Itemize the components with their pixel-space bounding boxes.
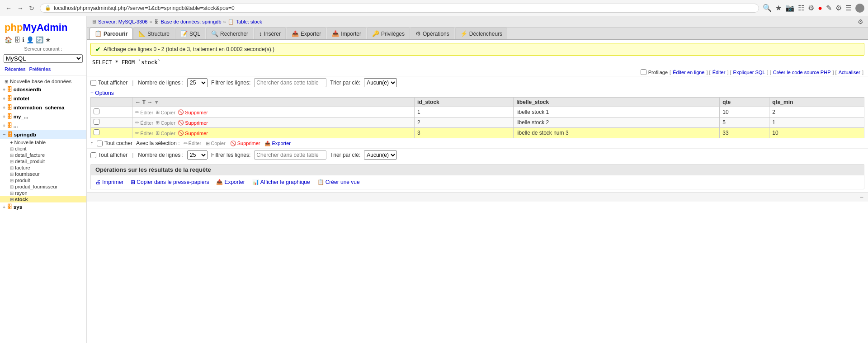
sort-label-bottom: Trier par clé: bbox=[330, 152, 360, 158]
content-settings-icon[interactable]: ⚙ bbox=[858, 18, 863, 25]
show-all-checkbox-top[interactable] bbox=[90, 80, 96, 86]
edit-inline-link[interactable]: Éditer en ligne bbox=[673, 70, 704, 75]
batch-copy-link[interactable]: ⊞ Copier bbox=[206, 141, 225, 146]
table-name: fournisseur bbox=[15, 171, 39, 177]
sidebar-db-cdossierdb[interactable]: + 🗄 cdossierdb bbox=[0, 85, 86, 94]
database-icon[interactable]: 🗄 bbox=[14, 36, 20, 43]
address-bar[interactable]: 🔒 localhost/phpmyadmin/sql.php?server=1&… bbox=[40, 4, 759, 13]
copy-link-3[interactable]: ⊞ Copier bbox=[156, 130, 175, 136]
collapse-icon[interactable]: − bbox=[860, 193, 863, 201]
recentes-link[interactable]: Récentes bbox=[5, 66, 25, 72]
view-icon: 📋 bbox=[317, 179, 324, 185]
home-icon[interactable]: 🏠 bbox=[5, 36, 12, 43]
check-all-checkbox[interactable] bbox=[97, 141, 103, 146]
info-icon[interactable]: ℹ bbox=[22, 36, 24, 43]
th-qte[interactable]: qte bbox=[720, 98, 769, 107]
reload-button[interactable]: ↻ bbox=[27, 4, 36, 13]
export-link[interactable]: 📤 Exporter bbox=[216, 179, 245, 185]
sidebar-db-information[interactable]: + 🗄 information_schema bbox=[0, 103, 86, 112]
tab-declencheurs[interactable]: ⚡ Déclencheurs bbox=[455, 28, 507, 39]
th-libelle-stock[interactable]: libelle_stock bbox=[514, 98, 720, 107]
more-icon[interactable]: ★ bbox=[45, 36, 51, 43]
edit-link-3[interactable]: ✏ Éditer bbox=[135, 130, 153, 136]
copy-clipboard-link[interactable]: ⊞ Copier dans le presse-papiers bbox=[131, 179, 209, 185]
batch-edit-link[interactable]: ✏ Éditer bbox=[184, 141, 202, 146]
create-php-link[interactable]: Créer le code source PHP bbox=[773, 70, 831, 75]
rows-select-bottom[interactable]: 2550100 bbox=[187, 150, 208, 160]
nav-prev-icon[interactable]: ← bbox=[135, 99, 141, 105]
batch-delete-link[interactable]: 🚫 Supprimer bbox=[230, 141, 260, 146]
delete-link-3[interactable]: 🚫 Supprimer bbox=[178, 130, 208, 136]
nav-next-icon[interactable]: → bbox=[147, 99, 152, 105]
new-database-item[interactable]: ⊞ Nouvelle base de données bbox=[0, 78, 86, 85]
sidebar-table-client[interactable]: ⊞ client bbox=[0, 146, 86, 152]
show-chart-link[interactable]: 📊 Afficher le graphique bbox=[252, 179, 310, 185]
sidebar-db-infotel[interactable]: + 🗄 infotel bbox=[0, 94, 86, 103]
tab-sql[interactable]: 📝 SQL bbox=[175, 28, 205, 39]
sidebar-table-produit-fournisseur[interactable]: ⊞ produit_fournisseur bbox=[0, 183, 86, 190]
tab-exporter[interactable]: 📤 Exporter bbox=[287, 28, 326, 39]
options-toggle[interactable]: + Options bbox=[90, 90, 114, 96]
tab-importer[interactable]: 📥 Importer bbox=[327, 28, 366, 39]
forward-button[interactable]: → bbox=[15, 4, 25, 13]
sidebar-table-new[interactable]: + Nouvelle table bbox=[0, 139, 86, 146]
filter-input-top[interactable] bbox=[254, 78, 326, 87]
sort-select-top[interactable]: Aucun(e) bbox=[364, 78, 397, 87]
edit-link[interactable]: Éditer bbox=[712, 70, 726, 75]
delete-link-2[interactable]: 🚫 Supprimer bbox=[178, 120, 208, 126]
sidebar-db-sys[interactable]: + 🗄 sys bbox=[0, 202, 86, 211]
profilage-checkbox[interactable] bbox=[641, 69, 646, 75]
sidebar-table-produit[interactable]: ⊞ produit bbox=[0, 177, 86, 183]
back-button[interactable]: ← bbox=[4, 4, 14, 13]
tab-label-importer: Importer bbox=[341, 31, 361, 37]
sidebar-table-facture[interactable]: ⊞ facture bbox=[0, 164, 86, 171]
breadcrumb-db[interactable]: Base de données: springdb bbox=[161, 19, 222, 24]
row-checkbox[interactable] bbox=[94, 119, 99, 125]
favorites-link[interactable]: Préférées bbox=[29, 66, 51, 72]
actualiser-link[interactable]: Actualiser bbox=[839, 70, 860, 75]
tab-inserer[interactable]: ↕ Insérer bbox=[254, 28, 286, 39]
export-label: Exporter bbox=[224, 179, 245, 185]
create-view-link[interactable]: 📋 Créer une vue bbox=[317, 179, 360, 185]
copy-link-2[interactable]: ⊞ Copier bbox=[156, 120, 175, 126]
edit-link-2[interactable]: ✏ Éditer bbox=[135, 120, 153, 126]
sidebar-db-dots[interactable]: + 🗄 ... bbox=[0, 121, 86, 130]
breadcrumb-table[interactable]: Table: stock bbox=[236, 19, 262, 24]
tab-rechercher[interactable]: 🔍 Rechercher bbox=[206, 28, 253, 39]
sidebar-server-select[interactable]: MySQL bbox=[4, 54, 83, 63]
tab-operations[interactable]: ⚙ Opérations bbox=[410, 28, 454, 39]
row-checkbox[interactable] bbox=[94, 108, 99, 114]
tab-structure[interactable]: 📐 Structure bbox=[133, 28, 175, 39]
sort-select-bottom[interactable]: Aucun(e) bbox=[364, 150, 397, 160]
sidebar-table-rayon[interactable]: ⊞ rayon bbox=[0, 190, 86, 196]
rows-select-top[interactable]: 2550100 bbox=[187, 78, 208, 87]
sidebar-table-detail-produit[interactable]: ⊞ detail_produit bbox=[0, 158, 86, 164]
filter-input-bottom[interactable] bbox=[254, 150, 326, 160]
user-icon[interactable]: 👤 bbox=[26, 36, 34, 43]
sidebar-db-springdb[interactable]: − 🗄 springdb bbox=[0, 130, 86, 139]
breadcrumb-server[interactable]: Serveur: MySQL-3306 bbox=[98, 19, 147, 24]
td-id-stock-3: 3 bbox=[415, 128, 514, 138]
table-name: Nouvelle table bbox=[14, 140, 46, 145]
sidebar-table-fournisseur[interactable]: ⊞ fournisseur bbox=[0, 171, 86, 177]
sidebar-table-detail-facture[interactable]: ⊞ detail_facture bbox=[0, 152, 86, 158]
row-checkbox[interactable] bbox=[94, 129, 99, 135]
delete-link-1[interactable]: 🚫 Supprimer bbox=[178, 109, 208, 115]
reload-icon[interactable]: 🔄 bbox=[36, 36, 43, 43]
sidebar-db-my[interactable]: + 🗄 my_... bbox=[0, 112, 86, 121]
tab-privileges[interactable]: 🔑 Privilèges bbox=[367, 28, 410, 39]
th-qte-min[interactable]: qte_min bbox=[769, 98, 864, 107]
tab-parcourir[interactable]: 📋 Parcourir bbox=[90, 28, 132, 39]
batch-export-link[interactable]: 📤 Exporter bbox=[264, 141, 291, 146]
th-id-stock[interactable]: id_stock bbox=[415, 98, 514, 107]
sidebar-table-stock[interactable]: ⊞ stock bbox=[0, 196, 86, 202]
edit-link-1[interactable]: ✏ Éditer bbox=[135, 109, 153, 115]
print-link[interactable]: 🖨 Imprimer bbox=[95, 179, 123, 185]
show-all-text-bottom: Tout afficher bbox=[98, 152, 127, 158]
tab-icon-privileges: 🔑 bbox=[372, 30, 379, 37]
copy-link-1[interactable]: ⊞ Copier bbox=[156, 109, 175, 115]
explain-sql-link[interactable]: Expliquer SQL bbox=[733, 70, 765, 75]
copy-label: Copier bbox=[160, 131, 175, 136]
show-all-checkbox-bottom[interactable] bbox=[90, 152, 96, 158]
filter-label-bottom: Filtrer les lignes: bbox=[211, 152, 250, 158]
